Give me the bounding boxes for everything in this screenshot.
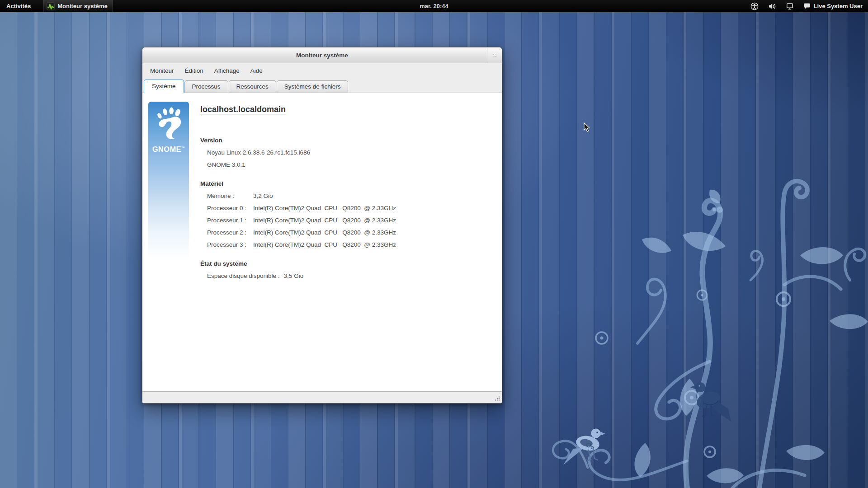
window-title: Moniteur système bbox=[296, 52, 348, 59]
hostname: localhost.localdomain bbox=[200, 105, 286, 114]
gnome-version: GNOME 3.0.1 bbox=[207, 161, 245, 168]
status-section-title: État du système bbox=[200, 260, 247, 267]
menu-moniteur[interactable]: Moniteur bbox=[145, 65, 179, 76]
menu-affichage[interactable]: Affichage bbox=[209, 65, 245, 76]
close-button[interactable]: × bbox=[487, 47, 502, 63]
resize-grip[interactable] bbox=[495, 396, 500, 401]
tab-systeme[interactable]: Système bbox=[144, 80, 184, 93]
disk-space-row: Espace disque disponible :3,5 Gio bbox=[207, 272, 303, 279]
menu-bar: Moniteur Édition Affichage Aide bbox=[142, 63, 502, 78]
processor-1-row: Processeur 1 :Intel(R) Core(TM)2 Quad CP… bbox=[207, 217, 396, 224]
memory-value: 3,2 Gio bbox=[253, 192, 273, 199]
volume-icon[interactable] bbox=[768, 2, 776, 10]
system-tab-content: GNOME™ localhost.localdomain Version Noy… bbox=[142, 93, 502, 391]
memory-row: Mémoire :3,2 Gio bbox=[207, 192, 273, 199]
processor-2-label: Processeur 2 : bbox=[207, 229, 253, 236]
disk-space-value: 3,5 Gio bbox=[284, 272, 304, 279]
display-icon[interactable] bbox=[786, 2, 794, 10]
processor-0-label: Processeur 0 : bbox=[207, 205, 253, 211]
processor-2-row: Processeur 2 :Intel(R) Core(TM)2 Quad CP… bbox=[207, 229, 396, 236]
window-statusbar bbox=[142, 391, 502, 403]
top-bar: Activités Moniteur système mar. 20:44 bbox=[0, 0, 868, 12]
gnome-banner: GNOME™ bbox=[148, 102, 189, 258]
focused-app-name: Moniteur système bbox=[57, 3, 108, 9]
version-section-title: Version bbox=[200, 137, 222, 144]
activities-button[interactable]: Activités bbox=[0, 0, 37, 12]
status-area: Live System User bbox=[750, 0, 868, 12]
memory-label: Mémoire : bbox=[207, 192, 253, 199]
app-menu-button[interactable]: Moniteur système bbox=[43, 0, 113, 12]
processor-0-row: Processeur 0 :Intel(R) Core(TM)2 Quad CP… bbox=[207, 205, 396, 211]
processor-3-value: Intel(R) Core(TM)2 Quad CPU Q8200 @ 2.33… bbox=[253, 241, 396, 248]
mouse-cursor bbox=[584, 122, 590, 132]
chat-bubble-icon bbox=[803, 3, 811, 9]
disk-space-label: Espace disque disponible : bbox=[207, 272, 280, 279]
tab-processus[interactable]: Processus bbox=[184, 80, 228, 93]
accessibility-icon[interactable] bbox=[750, 2, 759, 10]
processor-1-value: Intel(R) Core(TM)2 Quad CPU Q8200 @ 2.33… bbox=[253, 217, 396, 224]
gnome-brand-text: GNOME™ bbox=[152, 145, 185, 154]
tab-systemes-de-fichiers[interactable]: Systèmes de fichiers bbox=[277, 80, 349, 93]
user-name: Live System User bbox=[814, 3, 863, 9]
processor-2-value: Intel(R) Core(TM)2 Quad CPU Q8200 @ 2.33… bbox=[253, 229, 396, 236]
tab-bar: Système Processus Ressources Systèmes de… bbox=[142, 78, 502, 93]
system-monitor-window: Moniteur système × Moniteur Édition Affi… bbox=[142, 47, 502, 404]
gnome-tm: ™ bbox=[181, 146, 185, 150]
gnome-foot-logo bbox=[153, 105, 184, 141]
clock[interactable]: mar. 20:44 bbox=[420, 3, 448, 9]
user-menu[interactable]: Live System User bbox=[803, 3, 863, 9]
processor-1-label: Processeur 1 : bbox=[207, 217, 253, 224]
processor-3-row: Processeur 3 :Intel(R) Core(TM)2 Quad CP… bbox=[207, 241, 396, 248]
processor-0-value: Intel(R) Core(TM)2 Quad CPU Q8200 @ 2.33… bbox=[253, 205, 396, 211]
window-titlebar[interactable]: Moniteur système × bbox=[142, 47, 502, 63]
tab-ressources[interactable]: Ressources bbox=[229, 80, 276, 93]
processor-3-label: Processeur 3 : bbox=[207, 241, 253, 248]
menu-aide[interactable]: Aide bbox=[245, 65, 268, 76]
hardware-section-title: Matériel bbox=[200, 180, 223, 187]
menu-edition[interactable]: Édition bbox=[179, 65, 209, 76]
kernel-version: Noyau Linux 2.6.38.6-26.rc1.fc15.i686 bbox=[207, 149, 310, 156]
system-monitor-icon bbox=[47, 2, 55, 10]
wallpaper-ornament bbox=[443, 172, 868, 488]
